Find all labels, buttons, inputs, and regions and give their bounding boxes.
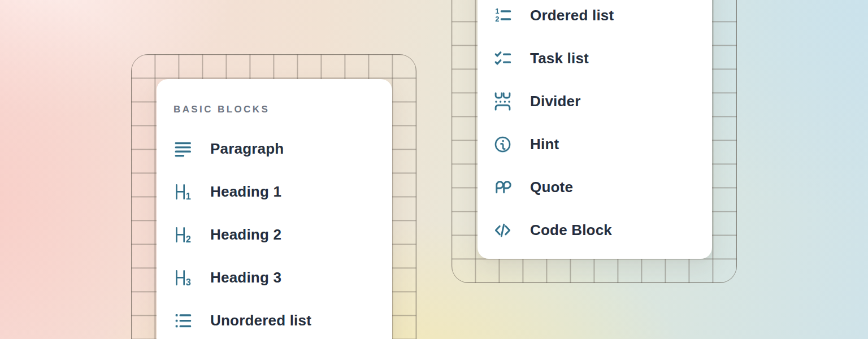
menu-item-label: Hint [530, 136, 559, 153]
menu-item-ordered-list[interactable]: 12 Ordered list [478, 0, 712, 37]
menu-item-quote[interactable]: Quote [478, 166, 712, 208]
menu-item-label: Heading 2 [210, 226, 281, 244]
heading-1-icon: 1 [173, 182, 192, 201]
basic-blocks-section-label: BASIC BLOCKS [173, 104, 392, 115]
svg-text:3: 3 [186, 276, 191, 286]
menu-item-label: Divider [530, 93, 581, 110]
task-list-icon [493, 49, 512, 68]
svg-text:2: 2 [495, 15, 499, 23]
menu-item-unordered-list[interactable]: Unordered list [157, 299, 392, 339]
menu-item-divider[interactable]: Divider [478, 80, 712, 123]
ordered-list-icon: 12 [493, 6, 512, 25]
menu-item-heading-1[interactable]: 1 Heading 1 [157, 170, 392, 213]
menu-item-label: Ordered list [530, 7, 614, 24]
menu-item-label: Code Block [530, 221, 612, 239]
menu-item-task-list[interactable]: Task list [478, 37, 712, 80]
basic-blocks-menu-card: BASIC BLOCKS Paragraph 1 Heading 1 2 Hea… [157, 79, 392, 339]
hint-icon [493, 135, 512, 154]
heading-3-icon: 3 [173, 268, 192, 287]
menu-item-label: Paragraph [210, 140, 284, 158]
quote-icon [493, 178, 512, 197]
divider-icon [493, 92, 512, 111]
menu-item-hint[interactable]: Hint [478, 123, 712, 166]
menu-item-label: Quote [530, 179, 573, 196]
menu-item-label: Heading 3 [210, 269, 281, 286]
menu-item-paragraph[interactable]: Paragraph [157, 127, 392, 170]
heading-2-icon: 2 [173, 225, 192, 244]
menu-item-heading-2[interactable]: 2 Heading 2 [157, 213, 392, 256]
hero-background: BASIC BLOCKS Paragraph 1 Heading 1 2 Hea… [0, 0, 868, 339]
menu-item-heading-3[interactable]: 3 Heading 3 [157, 256, 392, 299]
paragraph-icon [173, 140, 192, 158]
code-block-icon [493, 221, 512, 240]
unordered-list-icon [173, 311, 192, 330]
svg-text:2: 2 [186, 233, 191, 244]
blocks-menu-card-right: 12 Ordered list Task list Divider Hint Q… [478, 0, 712, 259]
svg-text:1: 1 [495, 7, 499, 15]
menu-item-label: Unordered list [210, 312, 311, 329]
basic-blocks-menu-list: Paragraph 1 Heading 1 2 Heading 2 3 Head… [157, 127, 392, 339]
menu-item-label: Heading 1 [210, 183, 281, 201]
menu-item-label: Task list [530, 50, 589, 67]
svg-text:1: 1 [186, 190, 191, 201]
blocks-menu-list-right: 12 Ordered list Task list Divider Hint Q… [478, 0, 712, 251]
menu-item-code-block[interactable]: Code Block [478, 208, 712, 251]
